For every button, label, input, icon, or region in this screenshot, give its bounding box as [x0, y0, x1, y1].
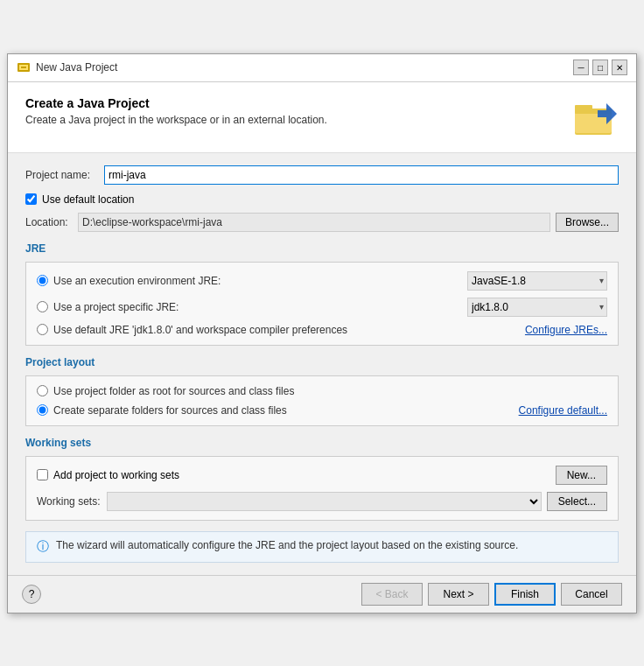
svg-rect-2 — [21, 67, 26, 68]
header-text: Create a Java Project Create a Java proj… — [25, 96, 327, 126]
working-sets-select-row: Working sets: Select... — [37, 492, 607, 511]
folder-icon — [573, 96, 619, 142]
info-bar: ⓘ The wizard will automatically configur… — [25, 531, 619, 563]
finish-button[interactable]: Finish — [494, 583, 556, 606]
project-name-input[interactable] — [104, 165, 619, 185]
jre-option2-radio[interactable] — [37, 301, 48, 312]
title-bar-left: New Java Project — [17, 60, 117, 74]
footer: ? < Back Next > Finish Cancel — [8, 575, 636, 613]
title-bar: New Java Project ─ □ ✕ — [8, 54, 636, 82]
close-button[interactable]: ✕ — [612, 60, 627, 75]
back-button[interactable]: < Back — [361, 583, 423, 606]
jre-section: Use an execution environment JRE: JavaSE… — [25, 262, 619, 346]
location-input[interactable] — [78, 213, 550, 232]
use-default-location-row: Use default location — [25, 193, 619, 206]
select-working-set-button[interactable]: Select... — [547, 492, 607, 511]
new-working-set-button[interactable]: New... — [556, 466, 607, 485]
layout-option2-label[interactable]: Create separate folders for sources and … — [53, 404, 519, 417]
use-default-location-label[interactable]: Use default location — [42, 193, 134, 206]
working-sets-section: Add project to working sets New... Worki… — [25, 456, 619, 521]
footer-left: ? — [22, 585, 41, 604]
project-name-row: Project name: — [25, 165, 619, 185]
location-label: Location: — [25, 216, 78, 228]
project-layout-section-title: Project layout — [25, 356, 619, 368]
jre-option3-row: Use default JRE 'jdk1.8.0' and workspace… — [37, 324, 607, 336]
jre-option1-select-wrapper: JavaSE-1.8 — [467, 271, 607, 291]
add-to-working-sets-checkbox[interactable] — [37, 469, 48, 480]
info-message: The wizard will automatically configure … — [56, 539, 518, 551]
project-layout-section: Use project folder as root for sources a… — [25, 375, 619, 426]
jre-option3-radio[interactable] — [37, 324, 48, 335]
jre-option1-select[interactable]: JavaSE-1.8 — [467, 271, 607, 291]
jre-option2-label[interactable]: Use a project specific JRE: — [53, 301, 467, 313]
layout-option1-row: Use project folder as root for sources a… — [37, 385, 607, 397]
layout-option1-radio[interactable] — [37, 385, 48, 396]
jre-option2-select[interactable]: jdk1.8.0 — [467, 298, 607, 317]
layout-option1-label[interactable]: Use project folder as root for sources a… — [53, 385, 607, 397]
use-default-location-checkbox[interactable] — [25, 193, 37, 205]
header-section: Create a Java Project Create a Java proj… — [8, 82, 636, 153]
jre-option1-radio[interactable] — [37, 275, 48, 286]
configure-default-link[interactable]: Configure default... — [519, 404, 607, 417]
layout-option2-radio[interactable] — [37, 404, 48, 416]
jre-option1-label[interactable]: Use an execution environment JRE: — [53, 275, 467, 287]
title-bar-title: New Java Project — [36, 61, 117, 74]
header-title: Create a Java Project — [25, 96, 327, 110]
location-row: Location: Browse... — [25, 213, 619, 232]
header-icon — [573, 96, 619, 142]
add-to-working-sets-row: Add project to working sets New... — [37, 466, 607, 485]
configure-jres-link[interactable]: Configure JREs... — [525, 324, 607, 336]
help-button[interactable]: ? — [22, 585, 41, 604]
minimize-button[interactable]: ─ — [573, 60, 589, 75]
working-sets-select[interactable] — [107, 492, 542, 511]
dialog-icon — [17, 60, 31, 74]
jre-section-title: JRE — [25, 242, 619, 255]
info-icon: ⓘ — [37, 539, 49, 555]
working-sets-label: Working sets: — [37, 495, 107, 508]
add-to-working-sets-label[interactable]: Add project to working sets — [53, 469, 550, 481]
layout-option2-row: Create separate folders for sources and … — [37, 404, 607, 417]
browse-button[interactable]: Browse... — [556, 213, 619, 232]
footer-right: < Back Next > Finish Cancel — [361, 583, 622, 606]
dialog: New Java Project ─ □ ✕ Create a Java Pro… — [7, 53, 637, 613]
content: Project name: Use default location Locat… — [8, 153, 636, 575]
cancel-button[interactable]: Cancel — [561, 583, 622, 606]
jre-option1-row: Use an execution environment JRE: JavaSE… — [37, 271, 607, 291]
project-name-label: Project name: — [25, 169, 104, 181]
jre-option2-select-wrapper: jdk1.8.0 — [467, 298, 607, 317]
maximize-button[interactable]: □ — [592, 60, 608, 75]
jre-option2-row: Use a project specific JRE: jdk1.8.0 — [37, 298, 607, 317]
title-bar-controls: ─ □ ✕ — [573, 60, 627, 75]
header-subtitle: Create a Java project in the workspace o… — [25, 114, 327, 126]
next-button[interactable]: Next > — [428, 583, 489, 606]
working-sets-section-title: Working sets — [25, 437, 619, 449]
jre-option3-label[interactable]: Use default JRE 'jdk1.8.0' and workspace… — [53, 324, 525, 336]
